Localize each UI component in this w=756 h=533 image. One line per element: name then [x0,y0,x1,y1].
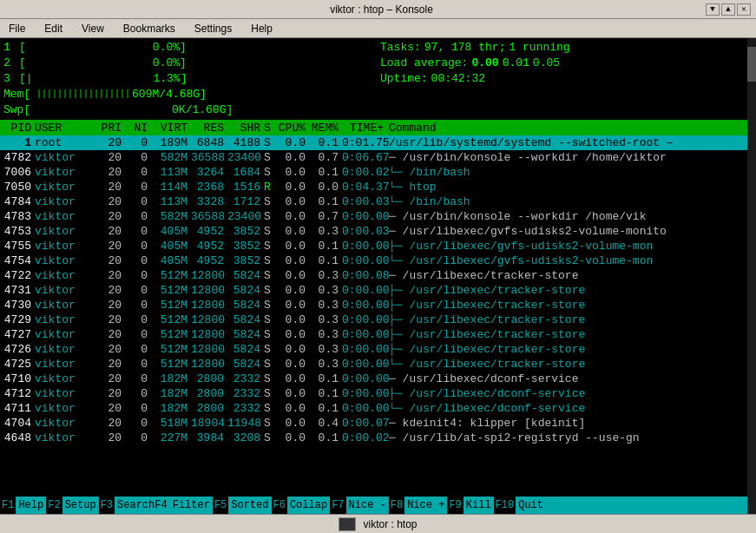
table-row[interactable]: 4753 viktor 20 0 405M 4952 3852 S 0.0 0.… [0,224,747,239]
time-cell: 0:00.00 [342,240,387,253]
tasks-running: 1 running [509,40,569,56]
cmd-cell: ├─ /usr/libexec/tracker-store [387,299,746,312]
minimize-button[interactable]: ▼ [706,3,720,16]
time-cell: 0:00.02 [342,431,387,444]
window-controls[interactable]: ▼ ▲ ✕ [706,3,751,16]
fkey-f4-label: Filter [170,497,213,514]
header-pid: PID [2,122,35,135]
fkey-f8[interactable]: F8 Nice + [389,497,448,514]
ni-cell: 0 [125,151,151,164]
table-row[interactable]: 4755 viktor 20 0 405M 4952 3852 S 0.0 0.… [0,239,747,253]
table-row[interactable]: 4730 viktor 20 0 512M 12800 5824 S 0.0 0… [0,298,747,313]
table-row[interactable]: 7050 viktor 20 0 114M 2368 1516 R 0.0 0.… [0,180,747,194]
cpu-cell: 0.0 [276,417,309,430]
shr-cell: 5824 [227,328,264,341]
res-cell: 12800 [191,269,227,282]
res-cell: 2368 [191,181,227,194]
shr-cell: 5824 [227,299,264,312]
time-cell: 0:01.75 [342,136,387,149]
menu-file[interactable]: File [3,21,30,36]
mem-cell: 0.0 [309,181,342,194]
ni-cell: 0 [125,269,151,282]
s-cell: S [264,225,276,238]
mem-cell: 0.1 [309,372,342,385]
table-row[interactable]: 4711 viktor 20 0 182M 2800 2332 S 0.0 0.… [0,401,747,416]
mem-cell: 0.3 [309,269,342,282]
cmd-cell: └─ /usr/libexec/dconf-service [387,402,746,415]
s-cell: S [264,328,276,341]
table-row[interactable]: 4782 viktor 20 0 582M 36588 23400 S 0.0 … [0,150,747,165]
pri-cell: 20 [94,269,125,282]
fkey-f9[interactable]: F9 Kill [447,497,493,514]
table-row[interactable]: 4648 viktor 20 0 227M 3984 3208 S 0.0 0.… [0,431,747,445]
menu-view[interactable]: View [76,21,109,36]
menu-edit[interactable]: Edit [39,21,68,36]
pid-cell: 4711 [2,402,35,415]
cpu-cell: 0.0 [276,254,309,267]
ni-cell: 0 [125,210,151,223]
res-cell: 36588 [191,151,227,164]
cpu1-bar [26,41,151,56]
user-cell: viktor [35,358,94,371]
mem-cell: 0.1 [309,387,342,400]
mem-bar: |||||||||||||||||| [36,89,130,101]
table-row[interactable]: 7006 viktor 20 0 113M 3264 1684 S 0.0 0.… [0,165,747,180]
res-cell: 18904 [191,417,227,430]
table-row[interactable]: 4710 viktor 20 0 182M 2800 2332 S 0.0 0.… [0,372,747,386]
table-row[interactable]: 4712 viktor 20 0 182M 2800 2332 S 0.0 0.… [0,386,747,401]
fkey-f6-label: Collap [287,497,330,514]
cpu-cell: 0.0 [276,284,309,297]
fkey-f6[interactable]: F6 Collap [272,497,331,514]
table-row[interactable]: 4754 viktor 20 0 405M 4952 3852 S 0.0 0.… [0,253,747,268]
pid-cell: 4722 [2,269,35,282]
table-row[interactable]: 4783 viktor 20 0 582M 36588 23400 S 0.0 … [0,209,747,224]
menu-bookmarks[interactable]: Bookmarks [118,21,181,36]
table-row[interactable]: 4722 viktor 20 0 512M 12800 5824 S 0.0 0… [0,268,747,283]
cpu3-label: 3 [3,71,19,87]
table-row[interactable]: 4784 viktor 20 0 113M 3328 1712 S 0.0 0.… [0,194,747,209]
fkey-f7-label: Nice - [346,497,389,514]
table-row[interactable]: 4729 viktor 20 0 512M 12800 5824 S 0.0 0… [0,313,747,327]
fkey-f5[interactable]: F5 Sorted [213,497,272,514]
menu-settings[interactable]: Settings [189,21,237,36]
maximize-button[interactable]: ▲ [721,3,735,16]
table-row[interactable]: 1 root 20 0 189M 6848 4188 S 0.0 0.1 0:0… [0,135,747,150]
time-cell: 0:00.03 [342,225,387,238]
table-row[interactable]: 4727 viktor 20 0 512M 12800 5824 S 0.0 0… [0,327,747,342]
user-cell: viktor [35,254,94,267]
user-cell: viktor [35,151,94,164]
user-cell: viktor [35,328,94,341]
fkey-f4[interactable]: Filter [170,497,213,514]
shr-cell: 3852 [227,254,264,267]
menu-help[interactable]: Help [246,21,278,36]
fkey-f10[interactable]: F10 Quit [494,497,546,514]
ni-cell: 0 [125,136,151,149]
fkey-f1-num: F1 [0,497,16,514]
fkey-f8-label: Nice + [404,497,447,514]
fkey-f1[interactable]: F1 Help [0,497,46,514]
cpu-cell: 0.0 [276,299,309,312]
cmd-cell: ─ kdeinit4: klipper [kdeinit] [387,417,746,430]
mem-cell: 0.3 [309,328,342,341]
pri-cell: 20 [94,210,125,223]
time-cell: 0:00.00 [342,387,387,400]
table-row[interactable]: 4725 viktor 20 0 512M 12800 5824 S 0.0 0… [0,357,747,372]
mem-cell: 0.4 [309,417,342,430]
table-row[interactable]: 4726 viktor 20 0 512M 12800 5824 S 0.0 0… [0,342,747,357]
s-cell: S [264,358,276,371]
header-ni: NI [125,122,151,135]
fkey-f2[interactable]: F2 Setup [46,497,98,514]
pri-cell: 20 [94,151,125,164]
close-button[interactable]: ✕ [737,3,751,16]
virt-cell: 512M [151,284,191,297]
table-row[interactable]: 4704 viktor 20 0 518M 18904 11948 S 0.0 … [0,416,747,431]
ni-cell: 0 [125,181,151,194]
scrollbar[interactable] [747,38,756,514]
scrollbar-thumb[interactable] [747,47,756,82]
fkey-f3[interactable]: F3 SearchF4 [99,497,170,514]
terminal[interactable]: 1 [ 0.0%] 2 [ 0.0%] [0,38,747,514]
table-row[interactable]: 4731 viktor 20 0 512M 12800 5824 S 0.0 0… [0,283,747,298]
uptime-label: Uptime: [380,71,428,87]
s-cell: S [264,240,276,253]
fkey-f7[interactable]: F7 Nice - [330,497,389,514]
